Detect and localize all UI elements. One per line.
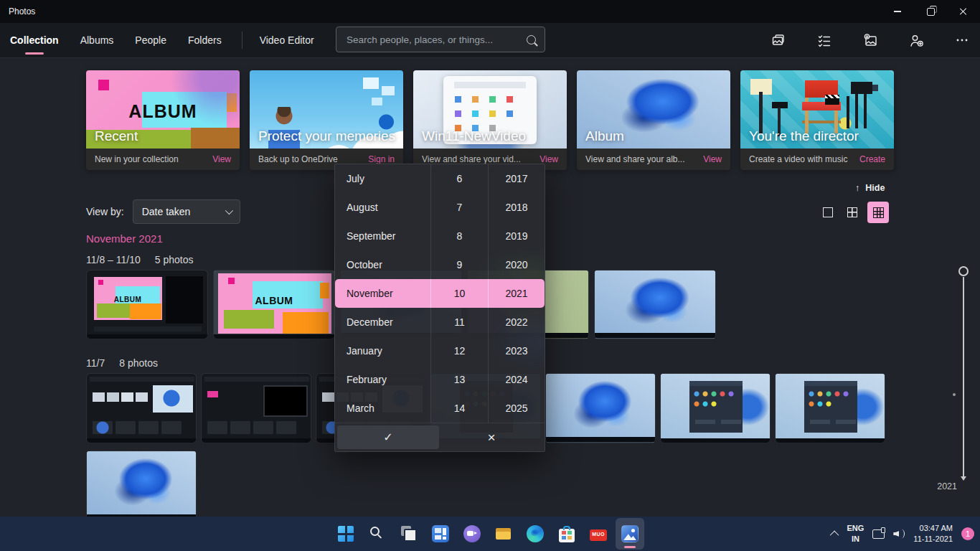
system-tray: ENG IN 03:47 AM 11-11-2021 1: [832, 517, 974, 551]
import-button[interactable]: [859, 29, 881, 51]
minimize-button[interactable]: [881, 0, 914, 23]
language-indicator[interactable]: ENG IN: [847, 523, 864, 545]
network-icon[interactable]: [872, 529, 885, 539]
taskbar-app[interactable]: [395, 518, 423, 550]
close-icon: [958, 6, 969, 17]
photo-thumbnail[interactable]: ALBUM: [86, 270, 208, 339]
day-option[interactable]: 14: [431, 394, 489, 423]
nav-tab[interactable]: Folders: [187, 32, 223, 49]
hidden-icons-chevron[interactable]: [829, 530, 839, 540]
year-option[interactable]: 2017: [489, 164, 545, 193]
month-option[interactable]: March: [335, 394, 431, 423]
photo-thumbnail[interactable]: [201, 373, 311, 443]
taskbar-app[interactable]: [363, 518, 392, 550]
card-image: Protect your memories: [250, 70, 403, 149]
volume-icon[interactable]: [893, 529, 905, 539]
year-option[interactable]: 2023: [489, 336, 545, 365]
day-option[interactable]: 10: [431, 279, 489, 308]
month-option[interactable]: July: [335, 164, 431, 193]
year-option[interactable]: 2018: [489, 193, 545, 222]
select-button[interactable]: [814, 29, 835, 51]
photo-thumbnail[interactable]: [660, 373, 771, 443]
day-option[interactable]: 12: [431, 336, 489, 365]
year-option[interactable]: 2025: [489, 394, 545, 423]
taskbar-app[interactable]: [616, 518, 644, 550]
day-option[interactable]: 13: [431, 365, 489, 394]
search-input[interactable]: [345, 34, 527, 46]
collection-card[interactable]: Win11-NewVideo View and share your vid..…: [413, 70, 567, 170]
nav-action-icons: [768, 23, 973, 57]
date-picker-row: November 10 2021: [335, 279, 545, 308]
year-option[interactable]: 2021: [489, 279, 545, 308]
month-option[interactable]: November: [335, 279, 431, 308]
size-small-toggle[interactable]: [819, 202, 837, 222]
photo-thumbnail[interactable]: ALBUM: [213, 270, 335, 339]
view-by-control: View by: Date taken: [86, 199, 240, 224]
size-medium-toggle[interactable]: [843, 202, 862, 222]
hide-button[interactable]: ↑ Hide: [855, 183, 885, 193]
collection-card[interactable]: Album View and share your alb... View: [577, 70, 730, 170]
photo-thumbnail[interactable]: [775, 373, 885, 443]
taskbar-app[interactable]: [331, 518, 360, 550]
day-option[interactable]: 6: [431, 164, 489, 193]
nav-tab[interactable]: Albums: [79, 32, 116, 49]
nav-tab[interactable]: Video Editor: [242, 32, 316, 49]
see-more-button[interactable]: [951, 29, 973, 51]
nav-tab[interactable]: People: [133, 32, 168, 49]
card-action-link[interactable]: View: [540, 154, 558, 164]
timeline-track[interactable]: [963, 277, 964, 476]
photo-thumbnail[interactable]: [594, 270, 716, 339]
size-large-toggle-selected[interactable]: [867, 202, 889, 223]
collection-card[interactable]: ALBUM Recent New in your collection View: [86, 70, 240, 170]
group-header: 11/8 – 11/10 5 photos: [86, 254, 194, 265]
day-option[interactable]: 8: [431, 222, 489, 250]
taskbar-app[interactable]: [489, 518, 518, 550]
search-icon[interactable]: [527, 35, 536, 44]
card-action-link[interactable]: View: [703, 154, 722, 164]
collection-card[interactable]: Protect your memories Back up to OneDriv…: [250, 70, 403, 170]
restore-button[interactable]: [914, 0, 947, 23]
photo-thumbnail[interactable]: [86, 451, 197, 521]
month-option[interactable]: January: [335, 336, 431, 365]
taskbar-app-icon: [621, 525, 639, 542]
notification-badge[interactable]: 1: [961, 527, 974, 540]
nav-tab-label: People: [135, 34, 166, 46]
taskbar-app[interactable]: [521, 518, 550, 550]
month-option[interactable]: October: [335, 250, 431, 279]
month-option[interactable]: August: [335, 193, 431, 222]
card-action-link[interactable]: View: [212, 154, 231, 164]
add-person-button[interactable]: [905, 29, 927, 51]
day-option[interactable]: 11: [431, 308, 489, 336]
timeline-scrubber-handle[interactable]: [958, 266, 969, 276]
card-title: You're the director: [749, 128, 859, 144]
close-button[interactable]: [947, 0, 980, 23]
day-option[interactable]: 7: [431, 193, 489, 222]
taskbar-app[interactable]: [552, 518, 581, 550]
confirm-button[interactable]: ✓: [337, 425, 439, 449]
year-option[interactable]: 2020: [489, 250, 545, 279]
year-option[interactable]: 2019: [489, 222, 545, 250]
day-option[interactable]: 9: [431, 250, 489, 279]
taskbar-app[interactable]: MUO: [584, 518, 613, 550]
group-photo-count: 5 photos: [155, 254, 194, 265]
slideshow-button[interactable]: [768, 29, 789, 51]
year-option[interactable]: 2024: [489, 365, 545, 394]
search-box[interactable]: [336, 27, 545, 52]
card-action-link[interactable]: Create: [859, 154, 885, 164]
month-option[interactable]: December: [335, 308, 431, 336]
nav-tab[interactable]: Collection: [9, 32, 60, 49]
view-by-dropdown[interactable]: Date taken: [133, 199, 240, 224]
month-option[interactable]: September: [335, 222, 431, 250]
cancel-button[interactable]: ×: [440, 425, 542, 449]
year-option[interactable]: 2022: [489, 308, 545, 336]
collection-card[interactable]: You're the director Create a video with …: [740, 70, 894, 170]
card-action-link[interactable]: Sign in: [368, 154, 395, 164]
photo-thumbnail[interactable]: [86, 373, 197, 443]
group-date-range: 11/7: [86, 357, 105, 369]
taskbar-app[interactable]: [426, 518, 455, 550]
clock[interactable]: 03:47 AM 11-11-2021: [913, 523, 953, 545]
date-picker-footer: ✓ ×: [335, 423, 545, 451]
photo-thumbnail[interactable]: [545, 373, 656, 443]
month-option[interactable]: February: [335, 365, 431, 394]
taskbar-app[interactable]: [458, 518, 486, 550]
